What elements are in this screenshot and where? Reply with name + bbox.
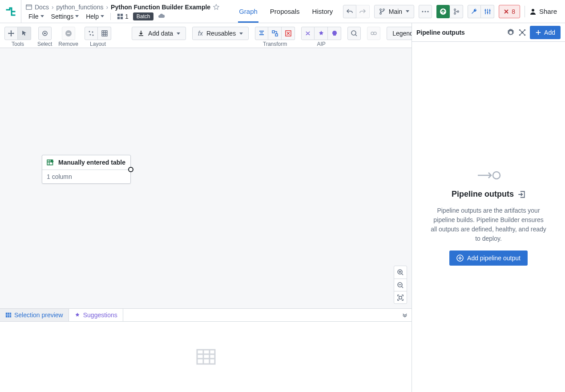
app-logo[interactable]: [0, 0, 21, 23]
svg-rect-3: [121, 13, 123, 16]
remove-button[interactable]: [62, 27, 75, 40]
pan-tool[interactable]: [4, 27, 18, 40]
svg-point-6: [380, 8, 382, 10]
plus-icon: [535, 29, 541, 36]
svg-point-8: [383, 8, 385, 10]
caret-icon: [239, 32, 243, 35]
reusables-button[interactable]: fx Reusables: [192, 27, 249, 40]
plus-circle-icon: [456, 255, 464, 262]
link-button[interactable]: [367, 27, 380, 40]
aip-1[interactable]: [301, 27, 315, 40]
collapse-panel-button[interactable]: [398, 309, 412, 321]
tab-history[interactable]: History: [311, 0, 334, 23]
svg-rect-4: [117, 16, 120, 19]
canvas[interactable]: Manually entered table 1 column: [0, 48, 412, 308]
breadcrumb-current[interactable]: Python Function Builder Example: [111, 4, 210, 11]
share-button[interactable]: Share: [529, 8, 557, 15]
right-panel-heading: Pipeline outputs: [452, 190, 525, 199]
add-pipeline-output-button[interactable]: Add pipeline output: [449, 251, 528, 266]
center-tabs: Graph Proposals History: [238, 0, 334, 23]
errors-button[interactable]: 8: [499, 5, 520, 18]
more-button[interactable]: [419, 5, 432, 18]
breadcrumb-sep: ›: [52, 4, 54, 11]
svg-point-22: [89, 31, 90, 32]
svg-point-14: [454, 12, 456, 14]
node-header[interactable]: Manually entered table: [42, 155, 130, 170]
gear-icon[interactable]: [507, 28, 515, 36]
svg-point-43: [493, 172, 500, 179]
svg-point-9: [422, 11, 424, 12]
output-illustration-icon: [476, 168, 501, 182]
right-panel-header: Pipeline outputs Add: [412, 23, 565, 42]
svg-point-10: [425, 11, 426, 12]
select-button[interactable]: [38, 27, 52, 40]
deploy-branch-button[interactable]: [450, 5, 463, 18]
cloud-icon[interactable]: [158, 13, 165, 20]
svg-rect-2: [117, 13, 120, 16]
tools-label: Tools: [12, 41, 24, 47]
caret-icon: [75, 15, 79, 17]
branch-dropdown[interactable]: Main: [374, 5, 414, 18]
aip-3[interactable]: [328, 27, 341, 40]
layout-scatter[interactable]: [85, 27, 98, 40]
batch-badge[interactable]: Batch: [133, 12, 154, 20]
svg-point-30: [371, 32, 374, 35]
breadcrumb-sep: ›: [106, 4, 108, 11]
caret-icon: [40, 15, 44, 17]
menu-help[interactable]: Help: [83, 12, 107, 21]
undo-button[interactable]: [343, 5, 356, 18]
redo-button[interactable]: [356, 5, 370, 18]
right-panel-title: Pipeline outputs: [416, 29, 503, 36]
svg-rect-37: [197, 350, 215, 364]
tab-selection-preview[interactable]: Selection preview: [0, 309, 69, 321]
breadcrumb-area: Docs › python_functions › Python Functio…: [21, 0, 225, 23]
svg-point-24: [90, 34, 91, 36]
x-icon: [504, 9, 509, 14]
search-button[interactable]: [347, 27, 361, 40]
select-label: Select: [37, 41, 52, 47]
svg-point-29: [351, 31, 356, 35]
tab-graph[interactable]: Graph: [238, 0, 258, 23]
svg-point-23: [92, 32, 93, 33]
transform-1[interactable]: [255, 27, 268, 40]
transform-label: Transform: [263, 41, 287, 47]
divider: [110, 13, 111, 20]
layout-stack: Layout: [85, 27, 111, 47]
tab-suggestions[interactable]: Suggestions: [69, 309, 123, 321]
menu-file[interactable]: File: [26, 12, 47, 21]
breadcrumb-root[interactable]: Docs: [35, 4, 49, 11]
wrench-button[interactable]: [468, 5, 481, 18]
graph-node[interactable]: Manually entered table 1 column: [42, 155, 131, 184]
topbar-right: Main 8 Share: [343, 0, 565, 23]
node-output-port[interactable]: [128, 167, 133, 172]
svg-rect-0: [26, 4, 32, 9]
aip-2[interactable]: [315, 27, 328, 40]
download-icon: [137, 30, 145, 37]
add-button[interactable]: Add: [530, 26, 561, 39]
add-data-button[interactable]: Add data: [132, 27, 186, 40]
tools-group: [468, 5, 494, 18]
transform-2[interactable]: [268, 27, 282, 40]
remove-label: Remove: [58, 41, 78, 47]
star-icon[interactable]: [213, 4, 219, 10]
remove-stack: Remove: [58, 27, 78, 47]
sliders-button[interactable]: [481, 5, 494, 18]
deploy-button[interactable]: [436, 5, 450, 18]
breadcrumb-folder[interactable]: python_functions: [56, 4, 104, 11]
tab-proposals[interactable]: Proposals: [269, 0, 301, 23]
transform-3[interactable]: [282, 27, 295, 40]
layout-label: Layout: [90, 41, 106, 47]
svg-rect-17: [487, 12, 488, 13]
zoom-fit-button[interactable]: [394, 291, 407, 303]
sparkle-icon: [74, 312, 81, 318]
zoom-out-button[interactable]: [394, 279, 407, 291]
svg-rect-36: [6, 313, 11, 318]
layout-grid[interactable]: [98, 27, 111, 40]
select-stack: Select: [37, 27, 52, 47]
zoom-in-button[interactable]: [394, 266, 407, 279]
pointer-tool[interactable]: [18, 27, 31, 40]
menu-count[interactable]: 1: [114, 12, 131, 21]
graph-icon[interactable]: [518, 28, 526, 36]
menu-settings[interactable]: Settings: [48, 12, 82, 21]
node-subtitle: 1 column: [42, 170, 130, 183]
